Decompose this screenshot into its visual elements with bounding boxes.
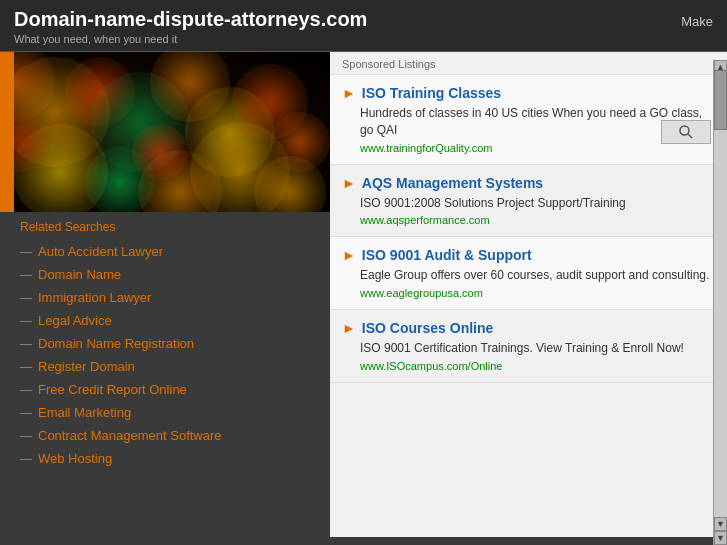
ad-title-row: ► ISO 9001 Audit & Support [342, 247, 715, 263]
ad-item: ► ISO Courses Online ISO 9001 Certificat… [330, 310, 727, 383]
orange-strip [0, 52, 14, 212]
ad-description: Eagle Group offers over 60 courses, audi… [360, 267, 715, 284]
related-link[interactable]: Contract Management Software [38, 428, 222, 443]
arrow-icon: — [20, 314, 32, 328]
search-box[interactable] [661, 120, 711, 144]
ad-item: ► AQS Management Systems ISO 9001:2008 S… [330, 165, 727, 238]
related-list: —Auto Accident Lawyer—Domain Name—Immigr… [0, 240, 330, 470]
ad-link[interactable]: AQS Management Systems [362, 175, 543, 191]
header-left: Domain-name-dispute-attorneys.com What y… [14, 8, 367, 45]
search-icon [678, 124, 694, 140]
related-link[interactable]: Domain Name Registration [38, 336, 194, 351]
arrow-icon: — [20, 452, 32, 466]
list-item[interactable]: —Immigration Lawyer [20, 286, 310, 309]
main-body: Related Searches —Auto Accident Lawyer—D… [0, 52, 727, 537]
svg-point-0 [680, 126, 689, 135]
ad-bullet-icon: ► [342, 247, 356, 263]
ad-url: www.aqsperformance.com [360, 214, 715, 226]
ad-item: ► ISO 9001 Audit & Support Eagle Group o… [330, 237, 727, 310]
site-subtitle: What you need, when you need it [14, 33, 367, 45]
scrollbar-thumb[interactable] [714, 70, 727, 130]
sponsored-label: Sponsored Listings [330, 52, 727, 75]
ad-title: ISO Courses Online [362, 320, 493, 336]
ad-title: AQS Management Systems [362, 175, 543, 191]
header-make-label: Make [681, 14, 713, 29]
ad-title-row: ► AQS Management Systems [342, 175, 715, 191]
ad-link[interactable]: ISO 9001 Audit & Support [362, 247, 532, 263]
svg-line-1 [688, 134, 692, 138]
ad-link[interactable]: ISO Training Classes [362, 85, 501, 101]
list-item[interactable]: —Domain Name Registration [20, 332, 310, 355]
ad-title-row: ► ISO Training Classes [342, 85, 715, 101]
arrow-icon: — [20, 337, 32, 351]
related-link[interactable]: Immigration Lawyer [38, 290, 151, 305]
related-link[interactable]: Legal Advice [38, 313, 112, 328]
ad-title-row: ► ISO Courses Online [342, 320, 715, 336]
arrow-icon: — [20, 245, 32, 259]
related-link[interactable]: Free Credit Report Online [38, 382, 187, 397]
list-item[interactable]: —Auto Accident Lawyer [20, 240, 310, 263]
ad-description: ISO 9001:2008 Solutions Project Support/… [360, 195, 715, 212]
bokeh-bg [0, 52, 330, 212]
ad-url: www.eaglegroupusa.com [360, 287, 715, 299]
scrollbar-down-btn2[interactable]: ▼ [714, 531, 727, 545]
related-link[interactable]: Register Domain [38, 359, 135, 374]
related-link[interactable]: Web Hosting [38, 451, 112, 466]
sidebar: Related Searches —Auto Accident Lawyer—D… [0, 52, 330, 537]
ad-url: www.ISOcampus.com/Online [360, 360, 715, 372]
scrollbar[interactable]: ▲ ▼ ▼ [713, 60, 727, 545]
arrow-icon: — [20, 406, 32, 420]
arrow-icon: — [20, 291, 32, 305]
ad-description: ISO 9001 Certification Trainings. View T… [360, 340, 715, 357]
header: Domain-name-dispute-attorneys.com What y… [0, 0, 727, 52]
scrollbar-down-btn1[interactable]: ▼ [714, 517, 727, 531]
related-searches-title: Related Searches [0, 212, 330, 240]
related-link[interactable]: Domain Name [38, 267, 121, 282]
ad-bullet-icon: ► [342, 175, 356, 191]
site-title: Domain-name-dispute-attorneys.com [14, 8, 367, 31]
list-item[interactable]: —Free Credit Report Online [20, 378, 310, 401]
list-item[interactable]: —Web Hosting [20, 447, 310, 470]
ad-title: ISO Training Classes [362, 85, 501, 101]
ad-title: ISO 9001 Audit & Support [362, 247, 532, 263]
ad-bullet-icon: ► [342, 85, 356, 101]
related-link[interactable]: Auto Accident Lawyer [38, 244, 163, 259]
arrow-icon: — [20, 360, 32, 374]
arrow-icon: — [20, 429, 32, 443]
arrow-icon: — [20, 383, 32, 397]
ad-bullet-icon: ► [342, 320, 356, 336]
list-item[interactable]: —Domain Name [20, 263, 310, 286]
bokeh-circle [132, 124, 188, 180]
ad-link[interactable]: ISO Courses Online [362, 320, 493, 336]
related-link[interactable]: Email Marketing [38, 405, 131, 420]
banner-image [0, 52, 330, 212]
list-item[interactable]: —Contract Management Software [20, 424, 310, 447]
list-item[interactable]: —Register Domain [20, 355, 310, 378]
list-item[interactable]: —Email Marketing [20, 401, 310, 424]
list-item[interactable]: —Legal Advice [20, 309, 310, 332]
arrow-icon: — [20, 268, 32, 282]
